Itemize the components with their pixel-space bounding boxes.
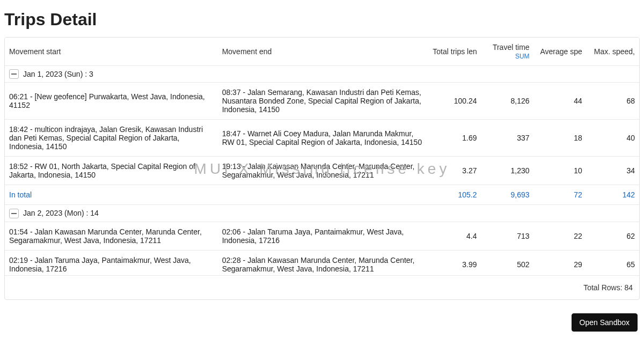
cell-max: 62 — [587, 222, 639, 250]
grid-scroll-area[interactable]: Movement start Movement end Total trips … — [5, 38, 639, 275]
aggregation-label: SUM — [485, 53, 529, 60]
group-header-row[interactable]: Jan 1, 2023 (Sun) : 3 — [5, 66, 639, 83]
cell-len: 3.99 — [428, 250, 481, 275]
cell-time: 1,230 — [481, 157, 533, 185]
col-movement-start[interactable]: Movement start — [5, 38, 218, 66]
cell-len: 100.24 — [428, 83, 481, 120]
cell-avg: 29 — [534, 250, 587, 275]
cell-end: 02:28 - Jalan Kawasan Marunda Center, Ma… — [218, 250, 429, 275]
total-rows-value: 84 — [624, 283, 633, 292]
cell-time: 337 — [481, 120, 533, 157]
table-row[interactable]: 06:21 - [New geofence] Purwakarta, West … — [5, 83, 639, 120]
total-avg: 72 — [534, 185, 587, 205]
cell-start: 01:54 - Jalan Kawasan Marunda Center, Ma… — [5, 222, 218, 250]
total-len: 105.2 — [428, 185, 481, 205]
table-row[interactable]: 01:54 - Jalan Kawasan Marunda Center, Ma… — [5, 222, 639, 250]
open-sandbox-button[interactable]: Open Sandbox — [572, 313, 638, 332]
col-total-trips-length[interactable]: Total trips len — [428, 38, 481, 66]
cell-max: 34 — [587, 157, 639, 185]
total-rows-label: Total Rows: — [583, 283, 622, 292]
cell-len: 1.69 — [428, 120, 481, 157]
collapse-icon[interactable] — [9, 209, 19, 218]
cell-max: 68 — [587, 83, 639, 120]
col-movement-end[interactable]: Movement end — [218, 38, 429, 66]
group-total-row: In total105.29,69372142 — [5, 185, 639, 205]
cell-avg: 18 — [534, 120, 587, 157]
cell-start: 06:21 - [New geofence] Purwakarta, West … — [5, 83, 218, 120]
grid-footer: Total Rows: 84 — [5, 275, 639, 299]
col-average-speed[interactable]: Average spe — [534, 38, 587, 66]
cell-time: 502 — [481, 250, 533, 275]
cell-max: 65 — [587, 250, 639, 275]
cell-max: 40 — [587, 120, 639, 157]
table-header-row: Movement start Movement end Total trips … — [5, 38, 639, 66]
cell-start: 18:52 - RW 01, North Jakarta, Special Ca… — [5, 157, 218, 185]
cell-end: 08:37 - Jalan Semarang, Kawasan Industri… — [218, 83, 429, 120]
total-max: 142 — [587, 185, 639, 205]
group-label: Jan 2, 2023 (Mon) : 14 — [23, 209, 99, 218]
cell-len: 4.4 — [428, 222, 481, 250]
cell-avg: 44 — [534, 83, 587, 120]
cell-end: 18:47 - Warnet Ali Coey Madura, Jalan Ma… — [218, 120, 429, 157]
cell-end: 19:13 - Jalan Kawasan Marunda Center, Ma… — [218, 157, 429, 185]
cell-end: 02:06 - Jalan Taruma Jaya, Pantaimakmur,… — [218, 222, 429, 250]
cell-time: 713 — [481, 222, 533, 250]
collapse-icon[interactable] — [9, 69, 19, 79]
group-header-row[interactable]: Jan 2, 2023 (Mon) : 14 — [5, 205, 639, 222]
group-label: Jan 1, 2023 (Sun) : 3 — [23, 70, 93, 78]
cell-len: 3.27 — [428, 157, 481, 185]
table-row[interactable]: 02:19 - Jalan Taruma Jaya, Pantaimakmur,… — [5, 250, 639, 275]
cell-avg: 22 — [534, 222, 587, 250]
cell-time: 8,126 — [481, 83, 533, 120]
total-label: In total — [5, 185, 218, 205]
cell-start: 18:42 - multicon indrajaya, Jalan Gresik… — [5, 120, 218, 157]
table-row[interactable]: 18:42 - multicon indrajaya, Jalan Gresik… — [5, 120, 639, 157]
cell-start: 02:19 - Jalan Taruma Jaya, Pantaimakmur,… — [5, 250, 218, 275]
total-time: 9,693 — [481, 185, 533, 205]
col-travel-time[interactable]: Travel time SUM — [481, 38, 533, 66]
table-row[interactable]: 18:52 - RW 01, North Jakarta, Special Ca… — [5, 157, 639, 185]
cell-avg: 10 — [534, 157, 587, 185]
page-title: Trips Detail — [0, 0, 644, 37]
trips-datagrid: Movement start Movement end Total trips … — [4, 37, 640, 300]
col-max-speed[interactable]: Max. speed, — [587, 38, 639, 66]
